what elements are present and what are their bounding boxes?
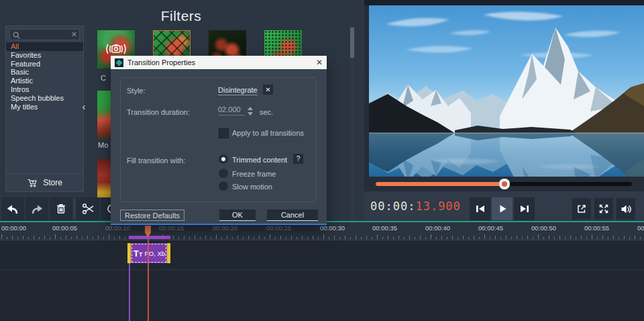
ruler-tick bbox=[248, 236, 249, 239]
ruler-tick bbox=[323, 234, 324, 239]
ruler-tick bbox=[307, 237, 308, 239]
volume-button[interactable] bbox=[616, 198, 635, 220]
timeline-ruler[interactable]: 00:00:00 00:00:05 00:00:10 00:00:15 00:0… bbox=[0, 222, 644, 240]
scrollbar-thumb[interactable] bbox=[350, 28, 354, 58]
ruler-tick bbox=[484, 234, 485, 239]
ruler-tick bbox=[350, 237, 351, 239]
ruler-tick bbox=[173, 236, 174, 239]
help-button[interactable]: ? bbox=[293, 154, 303, 164]
ruler-tick bbox=[1, 234, 2, 239]
radio-slow-motion-label[interactable]: Slow motion bbox=[232, 183, 272, 191]
category-speech-bubbles[interactable]: Speech bubbles bbox=[6, 94, 83, 103]
timecode-seconds: 13.900 bbox=[415, 199, 460, 213]
ruler-tick bbox=[366, 236, 367, 239]
category-my-titles[interactable]: My titles bbox=[6, 103, 83, 111]
category-intros[interactable]: Intros bbox=[6, 85, 83, 94]
radio-trimmed-content[interactable] bbox=[219, 154, 228, 164]
category-basic[interactable]: Basic bbox=[6, 68, 83, 77]
redo-button[interactable] bbox=[25, 197, 48, 220]
undo-icon bbox=[6, 203, 19, 215]
delete-button[interactable] bbox=[50, 197, 72, 220]
ruler-tick bbox=[216, 234, 217, 239]
transition-properties-dialog: Transition Properties ✕ Style: Disintegr… bbox=[111, 56, 327, 225]
filter-thumb-label-mo: Mo bbox=[98, 141, 108, 149]
dialog-title: Transition Properties bbox=[127, 58, 312, 66]
ruler-tick bbox=[275, 237, 276, 239]
category-featured[interactable]: Featured bbox=[6, 60, 83, 68]
ruler-tick bbox=[586, 237, 587, 239]
dialog-fieldset bbox=[120, 77, 316, 202]
ruler-label: 00:00:45 bbox=[478, 224, 503, 232]
stepper-down-icon[interactable] bbox=[248, 112, 253, 116]
stepper-up-icon[interactable] bbox=[248, 107, 253, 110]
ruler-tick bbox=[329, 237, 329, 239]
apply-all-checkbox[interactable] bbox=[219, 128, 229, 138]
sidebar-collapse-chevron[interactable]: ‹ bbox=[80, 99, 88, 114]
filters-scrollbar[interactable] bbox=[350, 26, 354, 222]
ruler-tick bbox=[581, 236, 582, 239]
radio-freeze-frame-label[interactable]: Freeze frame bbox=[232, 170, 276, 178]
radio-freeze-frame[interactable] bbox=[219, 169, 228, 178]
redo-icon bbox=[30, 203, 44, 215]
trash-icon bbox=[55, 203, 67, 215]
dialog-close-icon[interactable]: ✕ bbox=[316, 58, 323, 67]
detach-player-button[interactable] bbox=[572, 198, 591, 220]
next-frame-icon bbox=[519, 204, 530, 214]
cancel-button[interactable]: Cancel bbox=[267, 210, 318, 221]
ruler-tick bbox=[559, 236, 560, 239]
ruler-tick bbox=[254, 237, 254, 239]
apply-all-label[interactable]: Apply to all transitions bbox=[232, 129, 304, 137]
ruler-tick bbox=[44, 236, 45, 239]
ruler-tick bbox=[382, 237, 383, 239]
search-input[interactable]: ✕ bbox=[9, 29, 80, 40]
toolbar-separator bbox=[74, 199, 74, 219]
timeline-tracks[interactable] bbox=[0, 240, 644, 321]
ruler-label: 00:00:35 bbox=[372, 224, 397, 232]
ruler-tick bbox=[17, 237, 18, 239]
ruler-tick bbox=[286, 237, 286, 239]
restore-defaults-button[interactable]: Restore Defaults bbox=[120, 210, 184, 221]
ruler-tick bbox=[543, 237, 544, 239]
dialog-app-icon bbox=[115, 58, 123, 67]
clip-right-handle[interactable] bbox=[167, 243, 170, 263]
split-button[interactable] bbox=[76, 197, 99, 220]
dialog-titlebar[interactable]: Transition Properties ✕ bbox=[111, 56, 327, 69]
style-remove-button[interactable]: ✕ bbox=[263, 85, 273, 95]
seek-bar[interactable] bbox=[376, 182, 632, 186]
duration-input[interactable]: 02.000 bbox=[218, 105, 245, 116]
ruler-tick bbox=[50, 237, 50, 239]
category-favorites[interactable]: Favorites bbox=[6, 51, 83, 60]
ruler-label: 00:00:15 bbox=[159, 224, 184, 232]
seek-fill bbox=[376, 182, 504, 186]
ruler-tick bbox=[441, 236, 442, 239]
ruler-tick bbox=[490, 237, 490, 239]
ruler-tick bbox=[189, 237, 190, 239]
fullscreen-icon bbox=[598, 203, 609, 214]
fill-transition-label: Fill transition with: bbox=[127, 156, 185, 165]
store-button[interactable]: Store bbox=[6, 173, 83, 191]
radio-slow-motion[interactable] bbox=[219, 181, 228, 191]
fullscreen-button[interactable] bbox=[594, 198, 613, 220]
ruler-tick bbox=[640, 237, 641, 239]
title-clip[interactable]: TT PO, Xb bbox=[127, 243, 170, 263]
ruler-tick bbox=[629, 237, 630, 239]
ok-button[interactable]: OK bbox=[219, 210, 256, 221]
style-value: Disintegrate bbox=[218, 86, 258, 95]
style-label: Style: bbox=[127, 87, 146, 95]
next-frame-button[interactable] bbox=[514, 197, 535, 220]
preview-panel: 00:00:13.900 bbox=[364, 0, 644, 222]
previous-frame-button[interactable] bbox=[470, 197, 490, 220]
ruler-tick bbox=[597, 237, 598, 239]
seek-handle[interactable] bbox=[499, 179, 510, 189]
ruler-tick bbox=[184, 236, 184, 239]
ruler-tick bbox=[93, 237, 93, 239]
play-button[interactable] bbox=[492, 197, 513, 220]
search-clear-icon[interactable]: ✕ bbox=[71, 30, 77, 39]
category-artistic[interactable]: Artistic bbox=[6, 77, 83, 85]
ruler-tick bbox=[377, 234, 378, 239]
undo-button[interactable] bbox=[1, 197, 24, 220]
radio-trimmed-content-label[interactable]: Trimmed content bbox=[232, 156, 287, 164]
ruler-tick bbox=[280, 236, 281, 239]
duration-stepper[interactable] bbox=[248, 106, 255, 116]
category-all[interactable]: All bbox=[6, 42, 83, 51]
